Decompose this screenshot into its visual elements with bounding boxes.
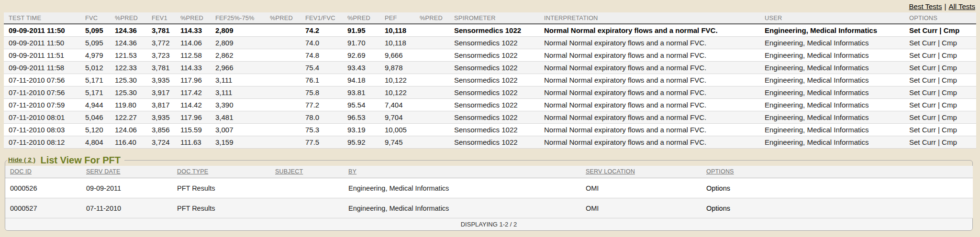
pft-cell-pred (265, 98, 301, 111)
pft-cell-user: Engineering, Medical Informatics (760, 123, 904, 136)
pft-cell-pred (265, 36, 301, 49)
set-curr-link[interactable]: Set Curr (909, 101, 936, 109)
pft-cell-pred (265, 49, 301, 61)
best-tests-link[interactable]: Best Tests (909, 2, 942, 11)
all-tests-link[interactable]: All Tests (948, 2, 975, 11)
doc-cell-subject (270, 178, 344, 198)
set-curr-link[interactable]: Set Curr (909, 113, 936, 121)
doc-cell-by: Engineering, Medical Informatics (344, 178, 581, 198)
pft-cell-spirometer: Sensormedics 1022 (449, 123, 539, 136)
cmp-link[interactable]: Cmp (942, 76, 957, 84)
set-curr-link[interactable]: Set Curr (909, 126, 936, 134)
cmp-link[interactable]: Cmp (944, 26, 959, 34)
pft-row: 07-11-2010 07:565,171125.303,935117.963,… (4, 74, 976, 86)
pft-cell-pred: 92.69 (343, 49, 380, 61)
pft-cell-fvc: 5,012 (80, 61, 110, 74)
pft-cell-pred: 93.81 (343, 86, 380, 98)
doc-sort-link-subject[interactable]: SUBJECT (275, 168, 303, 175)
pft-cell-test-time: 07-11-2010 07:59 (4, 98, 80, 111)
doc-sort-link-serv-location[interactable]: SERV LOCATION (586, 168, 635, 175)
pft-cell-pef: 9,666 (380, 49, 415, 61)
pft-cell-pred (265, 111, 301, 123)
doc-cell-options: Options (702, 178, 973, 198)
set-curr-link[interactable]: Set Curr (909, 88, 936, 97)
pft-column-header-spirometer: SPIROMETER (449, 12, 539, 24)
doc-options-link[interactable]: Options (706, 184, 730, 192)
pft-cell-user: Engineering, Medical Informatics (760, 74, 904, 86)
hide-link[interactable]: Hide ( 2 ) (8, 156, 35, 163)
doc-options-link[interactable]: Options (706, 205, 730, 212)
pft-row: 07-11-2010 07:565,171125.303,917117.423,… (4, 86, 976, 98)
cmp-link[interactable]: Cmp (942, 51, 957, 59)
set-curr-link[interactable]: Set Curr (909, 51, 936, 59)
pft-cell-fev1: 3,781 (147, 24, 176, 36)
pft-cell-fvc: 4,944 (80, 98, 110, 111)
pft-cell-test-time: 07-11-2010 07:56 (4, 74, 80, 86)
doc-column-header-options: OPTIONS (702, 166, 973, 178)
set-curr-link[interactable]: Set Curr (909, 26, 937, 34)
set-curr-link[interactable]: Set Curr (909, 64, 936, 72)
pft-cell-fvc: 5,095 (80, 24, 110, 36)
doc-sort-link-options[interactable]: OPTIONS (706, 168, 734, 175)
pft-cell-pef: 7,404 (380, 98, 415, 111)
cmp-link[interactable]: Cmp (942, 88, 957, 97)
doc-cell-options: Options (702, 198, 973, 218)
pft-cell-spirometer: Sensormedics 1022 (449, 24, 539, 36)
pft-row: 09-09-2011 11:505,095124.363,772114.062,… (4, 36, 976, 49)
cmp-link[interactable]: Cmp (942, 39, 957, 47)
pft-cell-test-time: 09-09-2011 11:50 (4, 24, 80, 36)
pft-column-header-fev1-fvc: FEV1/FVC (301, 12, 343, 24)
doc-sort-link-by[interactable]: BY (348, 168, 356, 175)
pft-cell-interpretation: Normal Normal expiratory flows and a nor… (539, 36, 760, 49)
pft-cell-pred (415, 111, 449, 123)
doc-column-header-subject: SUBJECT (270, 166, 344, 178)
pft-cell-fev1-fvc: 75.3 (301, 123, 343, 136)
cmp-link[interactable]: Cmp (942, 126, 957, 134)
pft-column-header-user: USER (760, 12, 904, 24)
doc-sort-link-serv-date[interactable]: SERV DATE (86, 168, 121, 175)
pft-cell-pred: 122.27 (110, 111, 147, 123)
set-curr-link[interactable]: Set Curr (909, 76, 936, 84)
pft-cell-interpretation: Normal Normal expiratory flows and a nor… (539, 61, 760, 74)
set-curr-link[interactable]: Set Curr (909, 138, 936, 146)
pft-cell-pred: 122.33 (110, 61, 147, 74)
pft-cell-fev1: 3,724 (147, 136, 176, 148)
pft-cell-fef25-75: 3,159 (211, 136, 265, 148)
pft-cell-pred (415, 24, 449, 36)
cmp-link[interactable]: Cmp (942, 113, 957, 121)
pft-cell-test-time: 07-11-2010 08:01 (4, 111, 80, 123)
pft-cell-options: Set Curr | Cmp (904, 86, 976, 98)
pft-cell-pef: 9,878 (380, 61, 415, 74)
pft-cell-spirometer: Sensormedics 1022 (449, 36, 539, 49)
pft-cell-pred: 93.43 (343, 61, 380, 74)
pft-cell-options: Set Curr | Cmp (904, 111, 976, 123)
pft-cell-pred: 117.42 (176, 86, 211, 98)
pft-cell-interpretation: Normal Normal expiratory flows and a nor… (539, 74, 760, 86)
pft-cell-test-time: 07-11-2010 08:12 (4, 136, 80, 148)
options-separator: | (937, 26, 944, 34)
pft-cell-pred: 111.63 (176, 136, 211, 148)
pft-cell-fef25-75: 2,862 (211, 49, 265, 61)
pft-cell-pred: 125.30 (110, 74, 147, 86)
paging-status: DISPLAYING 1-2 / 2 (5, 218, 972, 230)
pft-cell-options: Set Curr | Cmp (904, 36, 976, 49)
pft-cell-fev1: 3,772 (147, 36, 176, 49)
pft-cell-pred: 114.42 (176, 98, 211, 111)
doc-column-header-serv-location: SERV LOCATION (581, 166, 702, 178)
cmp-link[interactable]: Cmp (942, 64, 957, 72)
pft-cell-pred (265, 136, 301, 148)
pft-cell-fvc: 5,046 (80, 111, 110, 123)
pft-cell-fev1-fvc: 77.5 (301, 136, 343, 148)
doc-cell-serv-location: OMI (581, 178, 702, 198)
cmp-link[interactable]: Cmp (942, 138, 957, 146)
doc-sort-link-doc-id[interactable]: DOC ID (10, 168, 32, 175)
pft-cell-test-time: 07-11-2010 07:56 (4, 86, 80, 98)
pft-cell-spirometer: Sensormedics 1022 (449, 98, 539, 111)
doc-cell-by: Engineering, Medical Informatics (344, 198, 581, 218)
pft-cell-fev1: 3,817 (147, 98, 176, 111)
pft-cell-pred (415, 98, 449, 111)
doc-cell-serv-date: 09-09-2011 (81, 178, 172, 198)
set-curr-link[interactable]: Set Curr (909, 39, 936, 47)
doc-sort-link-doc-type[interactable]: DOC TYPE (177, 168, 208, 175)
cmp-link[interactable]: Cmp (942, 101, 957, 109)
